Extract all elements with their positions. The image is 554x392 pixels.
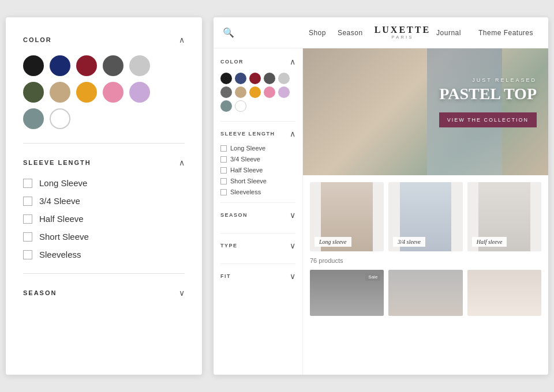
sidebar-filter-title: FIT [220, 273, 231, 279]
hero-cta-button[interactable]: VIEW THE COLLECTION [439, 112, 537, 127]
nav-theme-link[interactable]: Theme Features [478, 29, 533, 37]
brand-logo[interactable]: LUXETTE PARIS [375, 25, 431, 40]
sidebar-color-row [220, 100, 295, 112]
color-swatch-burgundy[interactable] [76, 55, 97, 76]
color-swatch-steel-blue[interactable] [23, 108, 44, 129]
sale-badge: Sale [365, 273, 380, 281]
color-swatch-olive[interactable] [23, 82, 44, 103]
nav-shop-link[interactable]: Shop [309, 29, 326, 37]
color-swatch-mustard[interactable] [76, 82, 97, 103]
product-grid-top: Long sleeve3/4 sleeveHalf sleeve [310, 182, 541, 251]
sidebar-filter-title: SEASON [220, 212, 248, 218]
product-label: Long sleeve [315, 237, 351, 247]
sleeve-checkbox-label: Sleeveless [39, 250, 81, 259]
product-card-small[interactable] [388, 270, 462, 316]
sleeve-checkbox[interactable] [23, 197, 32, 206]
hero-banner: JUST RELEASED PASTEL TOP VIEW THE COLLEC… [303, 48, 548, 175]
color-swatch-black[interactable] [23, 55, 44, 76]
sidebar-checkbox[interactable] [220, 145, 227, 152]
sidebar-color-swatch[interactable] [264, 73, 275, 84]
product-card-small[interactable] [467, 270, 541, 316]
sidebar-checkbox[interactable] [220, 167, 227, 174]
color-filter-header[interactable]: COLOR [23, 35, 185, 45]
sidebar-checkbox[interactable] [220, 156, 227, 163]
sleeve-checkbox-item[interactable]: Long Sleeve [23, 178, 185, 188]
products-count: 76 products [310, 257, 541, 264]
product-card[interactable]: Half sleeve [467, 182, 541, 251]
brand-sub: PARIS [375, 35, 431, 40]
sleeve-checkbox[interactable] [23, 214, 32, 224]
nav-journal-link[interactable]: Journal [436, 29, 461, 37]
season-filter-title: SEASON [23, 289, 57, 296]
season-filter-section: SEASON [23, 288, 185, 322]
sidebar-checkbox[interactable] [220, 189, 227, 195]
sidebar-filter-header[interactable]: SLEEVE LENGTH [220, 129, 295, 139]
sleeve-filter-title: SLEEVE LENGTH [23, 159, 91, 166]
sidebar-checkbox[interactable] [220, 178, 227, 184]
search-icon[interactable]: 🔍 [223, 27, 234, 38]
color-swatch-white[interactable] [50, 108, 70, 129]
sidebar-filter-group-fit: FIT [220, 271, 295, 294]
sidebar-filter-group-season: SEASON [220, 210, 295, 233]
sidebar-color-swatch[interactable] [249, 86, 261, 98]
sidebar-color-swatch[interactable] [278, 73, 290, 84]
sidebar-chevron-icon [290, 240, 295, 251]
sidebar-chevron-icon [290, 210, 295, 220]
sidebar-filters: COLORSLEEVE LENGTHLong Sleeve3/4 SleeveH… [214, 48, 303, 375]
product-card[interactable]: Long sleeve [310, 182, 384, 251]
sidebar-filter-header[interactable]: COLOR [220, 56, 295, 67]
season-filter-header[interactable]: SEASON [23, 288, 185, 298]
sidebar-color-swatch[interactable] [264, 86, 275, 98]
sleeve-checkbox[interactable] [23, 232, 32, 242]
sleeve-checkbox-label: Long Sleeve [39, 178, 87, 188]
sidebar-color-swatch[interactable] [235, 86, 246, 98]
sidebar-chevron-icon [290, 271, 295, 281]
sidebar-checkbox-item[interactable]: Half Sleeve [220, 167, 295, 174]
sidebar-color-swatch[interactable] [220, 100, 232, 112]
color-swatch-light-gray[interactable] [129, 55, 150, 76]
sleeve-checkbox-label: Short Sleeve [39, 232, 89, 242]
color-swatch-lavender[interactable] [129, 82, 150, 103]
sleeve-checkbox-item[interactable]: Short Sleeve [23, 232, 185, 242]
sidebar-color-row [220, 73, 295, 84]
sidebar-color-swatch[interactable] [220, 86, 232, 98]
color-swatch-charcoal[interactable] [103, 55, 123, 76]
sidebar-checkbox-item[interactable]: 3/4 Sleeve [220, 156, 295, 163]
season-chevron-down-icon [179, 288, 185, 298]
nav-season-link[interactable]: Season [338, 29, 363, 37]
sidebar-checkbox-item[interactable]: Sleeveless [220, 189, 295, 195]
left-filter-panel: COLOR SLEEVE LENGTH Long Sleeve3/4 Sleev… [6, 17, 202, 375]
product-card-small[interactable]: Sale [310, 270, 384, 316]
sidebar-checkbox-item[interactable]: Short Sleeve [220, 178, 295, 184]
color-filter-section: COLOR [23, 35, 185, 144]
sidebar-color-swatch[interactable] [235, 100, 246, 112]
sidebar-color-swatch[interactable] [249, 73, 261, 84]
product-card[interactable]: 3/4 sleeve [388, 182, 462, 251]
sidebar-filter-header[interactable]: FIT [220, 271, 295, 281]
sleeve-checkbox[interactable] [23, 179, 32, 188]
color-swatch-tan[interactable] [50, 82, 70, 103]
nav-links-right: Journal Theme Features [436, 29, 533, 37]
color-swatch-navy[interactable] [50, 55, 70, 76]
sleeve-checkbox-item[interactable]: 3/4 Sleeve [23, 196, 185, 206]
sidebar-color-swatch[interactable] [235, 73, 246, 84]
sidebar-color-swatch[interactable] [278, 86, 290, 98]
sleeve-checkbox-list: Long Sleeve3/4 SleeveHalf SleeveShort Sl… [23, 178, 185, 259]
sleeve-checkbox[interactable] [23, 250, 32, 259]
sidebar-checkbox-item[interactable]: Long Sleeve [220, 145, 295, 152]
right-main-panel: 🔍 Shop Season LUXETTE PARIS Journal Them… [214, 17, 548, 375]
sleeve-checkbox-item[interactable]: Sleeveless [23, 250, 185, 259]
sidebar-checkbox-list: Long Sleeve3/4 SleeveHalf SleeveShort Sl… [220, 145, 295, 195]
sidebar-checkbox-label: Long Sleeve [230, 145, 265, 152]
sidebar-filter-title: COLOR [220, 59, 244, 65]
sidebar-filter-header[interactable]: SEASON [220, 210, 295, 220]
main-content: JUST RELEASED PASTEL TOP VIEW THE COLLEC… [303, 48, 548, 375]
product-label: 3/4 sleeve [393, 237, 425, 247]
color-swatch-pink[interactable] [103, 82, 123, 103]
sleeve-checkbox-item[interactable]: Half Sleeve [23, 214, 185, 224]
product-image: 3/4 sleeve [388, 182, 462, 251]
sidebar-filter-header[interactable]: TYPE [220, 240, 295, 251]
sleeve-filter-header[interactable]: SLEEVE LENGTH [23, 157, 185, 168]
sidebar-checkbox-label: Half Sleeve [230, 167, 263, 174]
sidebar-color-swatch[interactable] [220, 73, 232, 84]
